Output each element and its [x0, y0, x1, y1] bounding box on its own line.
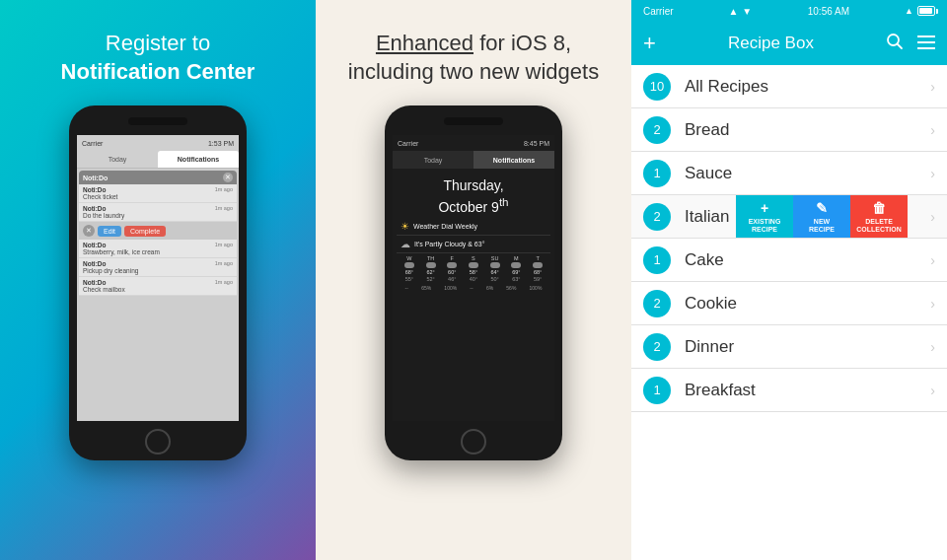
nc-x-btn[interactable]: ✕	[83, 225, 95, 237]
nc-item-4: Noti:Do 1m ago Pickup dry cleaning	[79, 258, 237, 277]
recipe-name-bread: Bread	[685, 120, 930, 140]
weather-day-f: F 60° 46°	[447, 255, 457, 282]
recipe-item-dinner[interactable]: 2 Dinner ›	[631, 325, 947, 369]
delete-collection-btn[interactable]: 🗑 DELETECOLLECTION	[850, 195, 908, 238]
weather-day-s: S 58° 40°	[469, 255, 478, 282]
new-recipe-btn[interactable]: ✎ NEWRECIPE	[793, 195, 850, 238]
svg-line-1	[897, 43, 902, 48]
trash-icon: 🗑	[872, 200, 886, 216]
chevron-cake: ›	[930, 252, 935, 268]
sun-icon: ☀	[401, 221, 409, 232]
widget-weather-row2: ☁ It's Partly Cloudy & 63°	[397, 236, 550, 253]
nc-close-btn[interactable]: ✕	[223, 173, 233, 182]
recipe-item-sauce[interactable]: 1 Sauce ›	[631, 152, 947, 195]
phone1-status-bar: Carrier 1:53 PM	[77, 135, 239, 151]
cloud-icon-f	[447, 262, 457, 268]
header-title: Recipe Box	[728, 34, 814, 53]
nc-header: Noti:Do ✕	[79, 171, 237, 184]
widget-weather-row1: ☀ Weather Dial Weekly	[397, 218, 550, 236]
cloud-icon-m	[511, 262, 521, 268]
cloud-icon-t	[533, 262, 543, 268]
weather-label: Weather Dial Weekly	[413, 223, 477, 230]
phone1-tabs: Today Notifications	[77, 151, 239, 169]
recipe-badge-italian: 2	[643, 203, 671, 231]
weather-day-th: TH 62° 52°	[426, 255, 436, 282]
status-time: 10:56 AM	[808, 6, 849, 17]
nc-item-5: Noti:Do 1m ago Check mailbox	[79, 277, 237, 296]
panel3: Carrier ▲ ▼ 10:56 AM ▲ + Recipe Box	[631, 0, 947, 560]
phone2-carrier: Carrier	[398, 140, 418, 147]
phone2-tabs: Today Notifications	[393, 151, 554, 169]
panel1: Register to Notification Center Carrier …	[0, 0, 316, 560]
phone1-home-btn[interactable]	[145, 429, 171, 455]
phone2-home-btn[interactable]	[461, 429, 486, 455]
weather-temp-row: W 68° 55° TH 62° 52° F	[397, 253, 550, 284]
phone2-tab-notifications[interactable]: Notifications	[474, 151, 554, 169]
cloud-icon-th	[426, 262, 436, 268]
recipe-badge-bread: 2	[643, 116, 671, 144]
recipe-name-cookie: Cookie	[685, 294, 930, 314]
phone2-time: 8:45 PM	[524, 140, 549, 147]
app-status-bar: Carrier ▲ ▼ 10:56 AM ▲	[631, 0, 947, 22]
nc-edit-btn[interactable]: Edit	[98, 226, 121, 237]
weather-day-t: T 68° 59°	[533, 255, 543, 282]
edit-icon: ✎	[816, 200, 828, 216]
recipe-name-all-recipes: All Recipes	[685, 77, 930, 97]
tab-today[interactable]: Today	[77, 151, 158, 168]
recipe-item-italian[interactable]: 2 Italian + EXISTINGRECIPE ✎ NEWRECIPE 🗑…	[631, 195, 947, 239]
recipe-item-bread[interactable]: 2 Bread ›	[631, 108, 947, 152]
recipe-badge-breakfast: 1	[643, 377, 671, 404]
phone2-tab-today[interactable]: Today	[393, 151, 474, 169]
status-icons: ▲	[905, 6, 935, 16]
cloud-icon-w	[404, 262, 414, 268]
nc-item-2: Noti:Do 1m ago Do the laundry	[79, 203, 237, 222]
phone2-notch	[444, 117, 503, 125]
battery-icon	[917, 6, 935, 16]
phone1-nc-body: Noti:Do ✕ Noti:Do 1m ago Check ticket No…	[77, 169, 239, 421]
cloud-icon-su	[490, 262, 500, 268]
recipe-item-cake[interactable]: 1 Cake ›	[631, 239, 947, 282]
phone1-notch	[128, 117, 187, 125]
panel2: Enhanced for iOS 8,including two new wid…	[316, 0, 631, 560]
cloud-icon-s	[469, 262, 478, 268]
phone1-container: Carrier 1:53 PM Today Notifications Noti…	[69, 105, 247, 460]
nc-item-1: Noti:Do 1m ago Check ticket	[79, 184, 237, 203]
phone2-container: Carrier 8:45 PM Today Notifications Thur…	[385, 105, 562, 460]
recipe-badge-cookie: 2	[643, 290, 671, 317]
add-icon[interactable]: +	[643, 31, 656, 56]
weather-day-w: W 68° 55°	[404, 255, 414, 282]
header-actions	[886, 33, 935, 55]
phone1-screen: Carrier 1:53 PM Today Notifications Noti…	[77, 135, 239, 421]
chevron-dinner: ›	[930, 339, 935, 355]
phone1-outer: Carrier 1:53 PM Today Notifications Noti…	[69, 105, 247, 460]
recipe-item-all-recipes[interactable]: 10 All Recipes ›	[631, 65, 947, 108]
search-icon[interactable]	[886, 33, 904, 55]
phone1-time: 1:53 PM	[208, 140, 234, 147]
nc-complete-btn[interactable]: Complete	[124, 226, 166, 237]
existing-recipe-btn[interactable]: + EXISTINGRECIPE	[736, 195, 793, 238]
chevron-sauce: ›	[930, 166, 935, 181]
recipe-list: 10 All Recipes › 2 Bread › 1 Sauce › 2 I…	[631, 65, 947, 560]
recipe-badge-dinner: 2	[643, 333, 671, 361]
weather-day-su: SU 64° 50°	[490, 255, 500, 282]
weather-desc: It's Partly Cloudy & 63°	[414, 241, 484, 247]
recipe-item-breakfast[interactable]: 1 Breakfast ›	[631, 369, 947, 412]
tab-notifications[interactable]: Notifications	[158, 151, 239, 168]
battery-tip	[936, 9, 938, 14]
status-carrier: Carrier	[643, 6, 674, 17]
nc-item-3: Noti:Do 1m ago Strawberry, milk, ice cre…	[79, 240, 237, 258]
phone2-outer: Carrier 8:45 PM Today Notifications Thur…	[385, 105, 562, 460]
recipe-item-cookie[interactable]: 2 Cookie ›	[631, 282, 947, 325]
panel2-title: Enhanced for iOS 8,including two new wid…	[328, 30, 619, 86]
widget-date: Thursday,October 9th	[397, 176, 550, 216]
recipe-name-sauce: Sauce	[685, 164, 930, 183]
recipe-badge-all-recipes: 10	[643, 73, 671, 101]
nc-notiDo-label: Noti:Do	[83, 175, 108, 181]
chevron-all-recipes: ›	[930, 79, 935, 95]
menu-icon[interactable]	[917, 34, 935, 54]
chevron-bread: ›	[930, 122, 935, 138]
weather-day-m: M 69° 63°	[511, 255, 521, 282]
chevron-cookie: ›	[930, 296, 935, 312]
phone2-status-bar: Carrier 8:45 PM	[393, 135, 554, 151]
cloud-icon: ☁	[401, 239, 410, 249]
